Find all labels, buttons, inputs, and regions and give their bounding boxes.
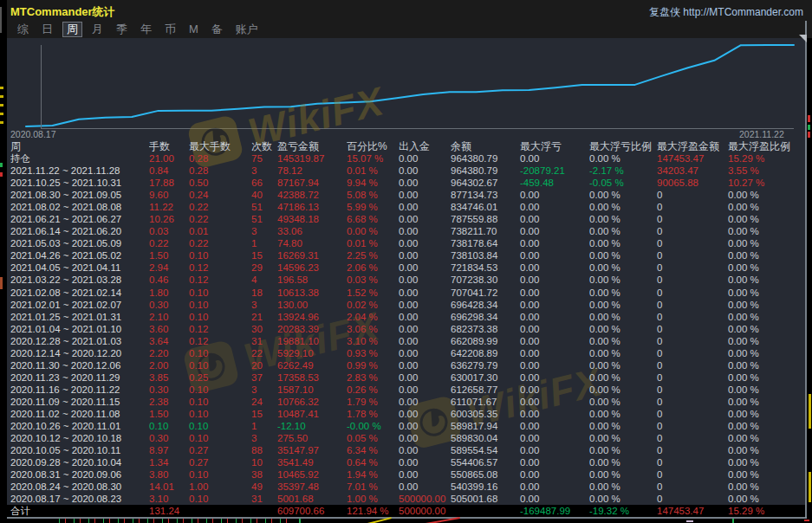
cell-max-float-loss-pct: 0.00 % [589,433,657,443]
cell-period: 2020.08.31 ~ 2020.09.06 [10,469,149,480]
table-row[interactable]: 2021.01.25 ~ 2021.01.312.100.102113924.9… [7,311,805,323]
column-header-lots[interactable]: 手数 [149,139,189,154]
cell-max-lots: 0.10 [189,494,251,504]
cell-lots: 8.97 [149,445,189,455]
cell-trades: 15 [251,409,277,419]
table-row[interactable]: 2020.11.23 ~ 2020.11.293.850.253717358.5… [7,371,805,384]
table-row[interactable]: 2021.04.26 ~ 2021.05.021.500.101516269.3… [7,249,805,262]
cell-max-lots: 0.25 [189,372,251,383]
column-header-max-float-profit[interactable]: 最大浮盈金额 [657,139,728,154]
cell-balance: 636279.79 [451,360,520,371]
cell-period: 2020.10.05 ~ 2020.10.11 [10,445,149,455]
resize-grip-icon[interactable] [799,35,807,42]
column-header-percent[interactable]: 百分比% [347,139,399,154]
table-row[interactable]: 2020.08.31 ~ 2020.09.063.800.103810465.9… [7,468,805,481]
cell-lots: 1.50 [149,250,189,261]
cell-max-float-loss: -20879.21 [520,165,589,176]
table-row[interactable]: 2020.10.26 ~ 2020.11.010.100.101-12.10-0… [7,420,805,432]
table-row[interactable]: 2020.08.24 ~ 2020.08.3014.011.004935397.… [7,481,805,493]
cell-percent: -0.00 % [347,421,399,431]
table-row[interactable]: 2021.04.05 ~ 2021.04.112.940.122914596.2… [7,262,805,274]
cell-lots: 0.30 [149,300,189,310]
menu-item-2[interactable]: 周 [62,22,82,37]
table-row[interactable]: 2020.12.28 ~ 2021.01.033.640.123119881.1… [7,335,805,347]
column-header-max-float-loss-pct[interactable]: 最大浮亏比例 [589,139,657,154]
background-window-fragment [420,517,460,523]
column-header-profit[interactable]: 盈亏金额 [277,139,347,154]
cell-balance: 834746.01 [451,202,520,212]
cell-max-float-loss-pct: 0.00 % [589,214,657,224]
cell-percent: 0.03 % [347,274,399,285]
cell-profit: 5001.68 [277,494,347,504]
menu-item-0[interactable]: 综 [14,23,32,36]
table-row[interactable]: 2020.09.28 ~ 2020.10.041.340.27103541.49… [7,456,805,468]
cell-period: 2020.08.17 ~ 2020.08.23 [10,494,149,504]
brand-link[interactable]: 复盘侠 http://MTCommander.com [649,5,803,20]
cell-balance: 554406.57 [451,457,520,468]
cell-period: 2021.10.25 ~ 2021.10.31 [10,178,149,188]
table-row[interactable]: 2020.11.09 ~ 2020.11.152.380.102410766.3… [7,396,805,408]
cell-period: 2020.08.24 ~ 2020.08.30 [10,481,149,492]
cell-percent: 15.07 % [347,153,399,164]
cell-percent: 2.06 % [347,262,399,273]
chart-start-date-label: 2020.08.17 [10,129,56,139]
table-row[interactable]: 2021.06.14 ~ 2021.06.200.030.01333.060.0… [7,225,805,237]
cell-max-lots: 0.10 [189,409,251,419]
cell-lots: 0.46 [149,274,189,285]
cell-max-float-profit: 0 [657,238,728,249]
table-row[interactable]: 2020.11.02 ~ 2020.11.081.500.101510487.4… [7,408,805,420]
column-header-max-float-loss[interactable]: 最大浮亏 [520,139,589,154]
table-row[interactable]: 2020.11.30 ~ 2020.12.062.000.10206262.49… [7,359,805,371]
cell-period: 2020.11.23 ~ 2020.11.29 [10,372,149,383]
column-header-balance[interactable]: 余额 [451,139,520,154]
background-window-fragment [686,520,693,522]
menu-item-8[interactable]: 备 [208,23,226,36]
table-row[interactable]: 2021.08.30 ~ 2021.09.059.600.244042388.7… [7,189,805,201]
cell-balance: 642208.89 [451,348,520,358]
cell-lots: 2.94 [149,262,189,273]
menu-item-3[interactable]: 月 [88,23,107,36]
cell-max-float-profit-pct: 0.00 % [728,445,805,455]
menu-item-9[interactable]: 账户 [232,23,262,36]
cell-lots: 3.85 [149,372,189,383]
table-row[interactable]: 2021.03.22 ~ 2021.03.280.460.124196.580.… [7,274,805,286]
cell-trades: 40 [251,190,277,200]
cell-max-float-loss: 0.00 [520,324,589,334]
column-header-max-float-profit-pct[interactable]: 最大浮盈比例 [728,139,805,154]
table-row[interactable]: 2020.10.12 ~ 2020.10.180.300.103275.500.… [7,432,805,444]
table-row[interactable]: 2020.08.17 ~ 2020.08.233.100.10315001.68… [7,493,805,505]
table-row[interactable]: 2020.12.14 ~ 2020.12.202.200.10225929.10… [7,347,805,359]
table-row[interactable]: 2021.02.08 ~ 2021.02.141.800.101810613.3… [7,287,805,299]
menu-item-6[interactable]: 币 [161,23,179,36]
table-row[interactable]: 2021.10.25 ~ 2021.10.3117.880.506687167.… [7,177,805,189]
cell-max-float-profit: 0 [657,226,728,236]
cell-max-float-loss-pct: 0.00 % [589,250,657,261]
cell-max-float-loss-pct: 0.00 % [589,190,657,200]
column-header-max-lots[interactable]: 最大手数 [189,139,251,154]
table-row[interactable]: 2021.02.01 ~ 2021.02.070.300.103130.000.… [7,299,805,311]
table-row[interactable]: 2021.08.02 ~ 2021.08.0811.220.225147186.… [7,201,805,213]
menu-item-1[interactable]: 日 [38,23,56,36]
cell-max-float-loss-pct: 0.00 % [589,457,657,468]
table-row[interactable]: 2021.06.21 ~ 2021.06.2710.260.225149348.… [7,213,805,225]
menu-item-5[interactable]: 年 [137,23,155,36]
column-header-deposit[interactable]: 出入金 [399,139,451,154]
cell-profit: 78.12 [277,165,347,176]
table-row[interactable]: 持仓21.000.2875145319.8715.07 %0.00964380.… [7,152,805,165]
table-row[interactable]: 2020.10.05 ~ 2020.10.118.970.278835147.9… [7,444,805,456]
column-header-trades[interactable]: 次数 [251,139,277,154]
cell-lots: 3.80 [149,469,189,480]
table-row[interactable]: 2020.11.16 ~ 2020.11.220.300.1031587.100… [7,384,805,396]
table-row[interactable]: 2021.05.03 ~ 2021.05.090.220.22174.800.0… [7,237,805,249]
cell-max-float-profit: 0 [657,433,728,443]
cell-max-float-loss-pct: 0.00 % [589,226,657,236]
chart-end-date-label: 2021.11.22 [739,129,784,139]
table-row[interactable]: 2021.11.22 ~ 2021.11.280.840.28378.120.0… [7,165,805,177]
menu-item-4[interactable]: 季 [113,23,131,36]
cell-deposit: 0.00 [399,262,451,273]
table-row-total[interactable]: 合计131.24609700.66121.94 %500000.00-16948… [7,505,805,517]
cell-max-float-loss-pct: 0.00 % [589,324,657,334]
title-bar[interactable]: MTCommander统计 复盘侠 http://MTCommander.com [7,0,812,21]
menu-item-7[interactable]: M [185,23,202,36]
table-row[interactable]: 2021.01.04 ~ 2021.01.103.600.123020283.3… [7,323,805,335]
